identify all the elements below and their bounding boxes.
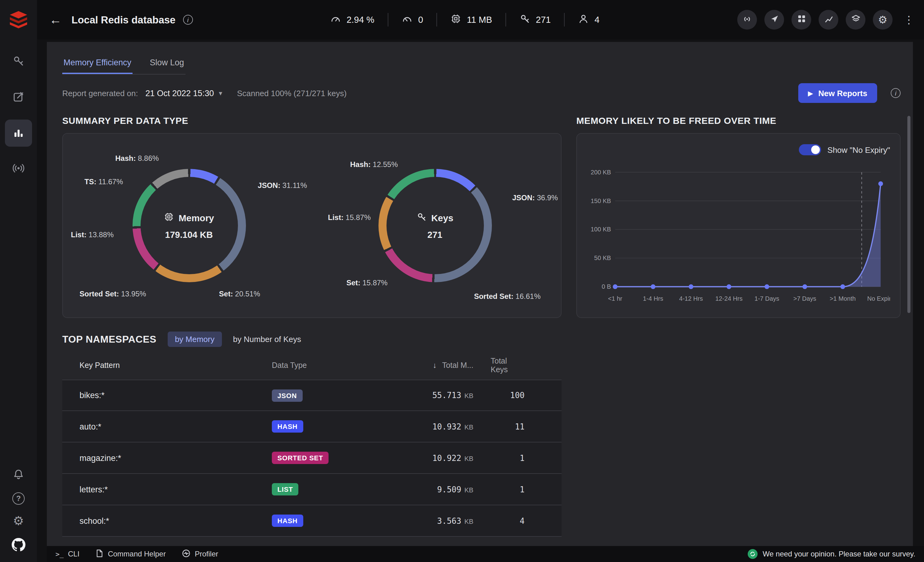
donut-title: Memory [178,212,214,223]
new-reports-button[interactable]: ▶ New Reports [798,83,877,103]
layers-button[interactable] [846,10,866,30]
svg-text:>7 Days: >7 Days [794,295,816,302]
sidebar-item-browser[interactable] [5,48,32,75]
total-keys-metric: 271 [506,13,564,26]
report-date-dropdown[interactable]: 21 Oct 2022 15:30 ▾ [146,88,222,98]
svg-text:12-24 Hrs: 12-24 Hrs [716,295,742,302]
command-helper-button[interactable]: Command Helper [96,549,166,559]
freed-memory-card: Show "No Expiry" 200 KB150 KB100 KB50 KB… [576,133,901,318]
commands-button[interactable] [792,10,811,30]
data-type-cell: HASH [256,514,411,527]
summary-card: Memory 179.104 KB Hash: 8.86%JSON: 31.11… [62,133,561,318]
data-type-badge: HASH [272,514,303,527]
by-keys-toggle[interactable]: by Number of Keys [233,334,301,344]
github-button[interactable] [10,537,27,555]
reports-info-button[interactable]: i [891,88,901,98]
metrics-bar: 2.94 % 0 [317,13,613,27]
profiler-button[interactable]: Profiler [182,549,218,559]
sidebar-item-workbench[interactable] [5,84,32,111]
key-icon [12,54,25,69]
database-title: Local Redis database [72,14,176,25]
show-no-expiry-toggle[interactable] [799,144,821,155]
namespaces-title: TOP NAMESPACES [62,334,156,345]
pubsub-button[interactable] [737,10,757,30]
back-button[interactable]: ← [50,13,62,27]
donut-segment-label: TS: 11.67% [84,177,123,186]
data-type-badge: SORTED SET [272,452,329,464]
cpu-usage-metric: 2.94 % [317,13,388,26]
signal-waves-icon [742,14,752,25]
donut-segment-label: JSON: 31.11% [258,181,307,190]
total-keys-value: 271 [536,15,551,25]
total-keys-cell: 11 [490,422,561,431]
data-type-cell: SORTED SET [256,452,411,464]
freed-section-title: MEMORY LIKELY TO BE FREED OVER TIME [576,115,901,126]
table-row[interactable]: magazine:*SORTED SET10.922KB1 [62,442,561,474]
total-memory-value: 11 MB [467,15,492,25]
keys-donut-chart: Keys 271 Hash: 12.55%JSON: 36.9%Sorted S… [312,137,558,314]
data-type-badge: LIST [272,483,298,495]
by-memory-toggle[interactable]: by Memory [167,331,222,347]
donut-segment-label: List: 15.87% [328,213,371,222]
svg-text:150 KB: 150 KB [591,198,611,204]
edit-square-icon [12,90,25,105]
analytics-button[interactable] [819,10,838,30]
donut-segment-label: Set: 20.51% [219,290,260,298]
settings-sidebar-button[interactable]: ⚙ [13,514,24,527]
cli-button[interactable]: >_ CLI [56,550,80,558]
sidebar: ? ⚙ [0,0,37,562]
table-row[interactable]: auto:*HASH10.932KB11 [62,411,561,442]
key-pattern-cell: auto:* [62,422,256,431]
svg-text:1-7 Days: 1-7 Days [754,295,779,302]
header-data-type[interactable]: Data Type [256,361,411,370]
grid-icon [797,14,806,25]
tab-slow-log[interactable]: Slow Log [148,52,185,74]
total-memory-cell: 3.563KB [411,516,490,525]
broadcast-icon [12,162,25,176]
donut-center: Keys 271 [378,169,492,282]
report-generated-label: Report generated on: [62,88,138,98]
table-row[interactable]: bikes:*JSON55.713KB100 [62,379,561,411]
redis-logo[interactable] [0,0,37,39]
help-button[interactable]: ? [12,492,25,505]
data-type-cell: LIST [256,483,411,495]
total-memory-metric: 11 MB [437,13,506,26]
scrollbar[interactable] [908,116,910,313]
github-icon [10,546,27,555]
svg-text:1-4 Hrs: 1-4 Hrs [643,295,663,302]
svg-text:100 KB: 100 KB [591,226,611,232]
svg-text:4-12 Hrs: 4-12 Hrs [679,295,703,302]
survey-link[interactable]: We need your opinion. Please take our su… [748,549,915,559]
donut-segment-label: Hash: 8.86% [115,154,159,163]
layers-icon [851,14,860,25]
main-column: ← Local Redis database i 2.94 % [37,0,924,562]
document-icon [96,549,104,559]
chevron-down-icon: ▾ [219,89,222,97]
sidebar-item-analytics[interactable] [5,120,32,147]
user-icon [579,13,589,26]
new-reports-label: New Reports [818,88,867,98]
key-icon [416,212,426,223]
settings-button[interactable]: ⚙ [873,10,892,30]
header-total-memory[interactable]: ↓ Total M... [411,361,490,370]
tab-memory-efficiency[interactable]: Memory Efficiency [62,52,132,74]
report-date-value: 21 Oct 2022 15:30 [146,88,214,98]
data-type-cell: HASH [256,420,411,433]
header-total-keys[interactable]: Total Keys [490,357,561,374]
speedometer-icon [402,13,412,26]
database-info-button[interactable]: i [183,15,193,25]
memory-chip-icon [164,212,174,223]
commands-per-sec-value: 0 [418,15,423,25]
bar-chart-icon [12,126,25,140]
workbench-button[interactable] [764,10,784,30]
table-row[interactable]: school:*HASH3.563KB4 [62,505,561,537]
total-memory-cell: 55.713KB [411,391,490,400]
header-key-pattern[interactable]: Key Pattern [62,361,256,370]
donut-segment-label: Hash: 12.55% [350,160,398,169]
notifications-button[interactable] [12,468,25,483]
sidebar-item-pubsub[interactable] [5,155,32,183]
more-menu-button[interactable]: ⋮ [904,13,914,26]
svg-text:50 KB: 50 KB [594,255,611,261]
table-row[interactable]: letters:*LIST9.509KB1 [62,474,561,505]
topbar-actions: ⚙ ⋮ [737,10,914,30]
